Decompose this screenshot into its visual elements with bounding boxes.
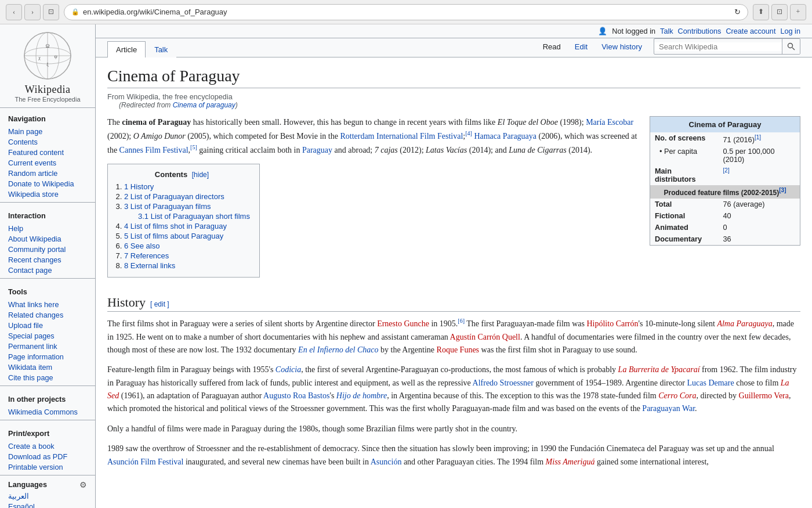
toc-hide-button[interactable]: [hide] xyxy=(192,171,209,179)
toc-link-8[interactable]: 8 External links xyxy=(124,261,175,270)
infobox-row-documentary: Documentary 36 xyxy=(650,233,800,245)
link-stroessner[interactable]: Alfredo Stroessner xyxy=(473,379,534,387)
link-burrerita[interactable]: La Burrerita de Ypacaraí xyxy=(618,365,700,374)
sidebar-item-store[interactable]: Wikipedia store xyxy=(0,189,95,200)
link-lucas-demare[interactable]: Lucas Demare xyxy=(687,379,734,387)
link-guillermo-vera[interactable]: Guillermo Vera xyxy=(739,391,789,400)
toc-sublist-3: 3.1 List of Paraguayan short films xyxy=(138,212,250,221)
sidebar-item-contents[interactable]: Contents xyxy=(0,137,95,147)
sidebar-item-special-pages[interactable]: Special pages xyxy=(0,331,95,341)
link-en-el-infierno[interactable]: En el Infierno del Chaco xyxy=(298,345,378,354)
link-codicia[interactable]: Codicia xyxy=(276,365,301,374)
sidebar-item-upload[interactable]: Upload file xyxy=(0,320,95,331)
sidebar-item-permanent[interactable]: Permanent link xyxy=(0,341,95,352)
toc-link-1[interactable]: 1 History xyxy=(124,182,154,191)
back-button[interactable]: ‹ xyxy=(6,4,22,20)
sidebar-item-lang-arabic[interactable]: العربية xyxy=(0,491,95,502)
contributions-link[interactable]: Contributions xyxy=(678,27,722,35)
tab-view-button[interactable]: ⊡ xyxy=(43,4,59,20)
sidebar-item-community[interactable]: Community portal xyxy=(0,244,95,255)
toc-link-4[interactable]: 4 List of films shot in Paraguay xyxy=(124,222,227,230)
sidebar-item-download-pdf[interactable]: Download as PDF xyxy=(0,452,95,462)
sidebar-item-cite[interactable]: Cite this page xyxy=(0,373,95,383)
infobox-table: No. of screens 71 (2016)[1] • Per capita… xyxy=(650,132,800,245)
sidebar-item-featured[interactable]: Featured content xyxy=(0,147,95,158)
languages-gear-icon[interactable]: ⚙ xyxy=(79,480,87,489)
link-asuncion[interactable]: Asunción xyxy=(371,457,402,466)
ref-2[interactable]: [2] xyxy=(723,167,730,174)
ref-5[interactable]: [5] xyxy=(190,144,197,150)
search-button[interactable] xyxy=(782,38,800,55)
ref-3[interactable]: [3] xyxy=(779,187,786,193)
ref-4[interactable]: [4] xyxy=(465,130,472,136)
link-asuncion-festival[interactable]: Asunción Film Festival xyxy=(107,457,183,466)
sidebar-item-recent-changes[interactable]: Recent changes xyxy=(0,255,95,265)
tools-section-title: Tools xyxy=(0,286,95,297)
toc-link-5[interactable]: 5 List of films about Paraguay xyxy=(124,232,223,240)
film-el-toque: El Toque del Oboe xyxy=(498,118,558,127)
sidebar-item-printable[interactable]: Printable version xyxy=(0,462,95,473)
sidebar-item-wikimedia[interactable]: Wikimedia Commons xyxy=(0,407,95,417)
infobox-row-fictional: Fictional 40 xyxy=(650,210,800,222)
url-text: en.wikipedia.org/wiki/Cinema_of_Paraguay xyxy=(83,8,227,16)
link-cannes[interactable]: Cannes Film Festival xyxy=(119,146,188,154)
sidebar-item-main-page[interactable]: Main page xyxy=(0,127,95,137)
sidebar-item-page-info[interactable]: Page information xyxy=(0,352,95,362)
toc-link-2[interactable]: 2 List of Paraguayan directors xyxy=(124,192,224,201)
new-tab-button[interactable]: + xyxy=(790,4,806,20)
search-input[interactable] xyxy=(654,42,782,51)
languages-title: Languages xyxy=(8,481,47,489)
link-cerro-cora[interactable]: Cerro Cora xyxy=(658,391,696,400)
create-account-link[interactable]: Create account xyxy=(726,27,775,35)
talk-link[interactable]: Talk xyxy=(660,27,673,35)
sidebar-item-help[interactable]: Help xyxy=(0,224,95,234)
tab-action-read[interactable]: Read xyxy=(536,39,568,54)
toc-link-6[interactable]: 6 See also xyxy=(124,242,160,250)
film-luna: Luna de Cigarras xyxy=(509,146,567,154)
reload-button[interactable]: ↻ xyxy=(734,8,741,16)
link-hijo-de-hombre[interactable]: Hijo de hombre xyxy=(336,391,387,400)
link-roque-funes[interactable]: Roque Funes xyxy=(437,345,480,354)
sidebar-item-lang-spanish[interactable]: Español xyxy=(0,502,95,508)
sidebar-item-contact[interactable]: Contact page xyxy=(0,265,95,276)
sidebar-item-what-links[interactable]: What links here xyxy=(0,300,95,310)
link-paraguayan-war[interactable]: Paraguayan War xyxy=(642,404,695,413)
tab-talk[interactable]: Talk xyxy=(146,41,176,57)
sidebar-item-donate[interactable]: Donate to Wikipedia xyxy=(0,179,95,189)
toc-link-3[interactable]: 3 List of Paraguayan films xyxy=(124,202,211,211)
forward-button[interactable]: › xyxy=(24,4,41,20)
sidebar-divider-2 xyxy=(0,278,95,279)
sidebar-item-random[interactable]: Random article xyxy=(0,168,95,179)
sidebar-item-create-book[interactable]: Create a book xyxy=(0,441,95,452)
log-in-link[interactable]: Log in xyxy=(780,27,800,35)
sidebar-item-about[interactable]: About Wikipedia xyxy=(0,234,95,244)
link-agustin-carron[interactable]: Agustín Carrón Quell xyxy=(450,333,520,341)
tab-action-edit[interactable]: Edit xyxy=(568,39,594,54)
not-logged-in-text: Not logged in xyxy=(612,27,655,35)
sidebar-item-current-events[interactable]: Current events xyxy=(0,158,95,168)
link-ernesto-gunche[interactable]: Ernesto Gunche xyxy=(377,319,429,328)
toc-link-3-1[interactable]: 3.1 List of Paraguayan short films xyxy=(138,212,250,221)
link-hamaca[interactable]: Hamaca Paraguaya xyxy=(474,132,536,140)
address-bar[interactable]: 🔒 en.wikipedia.org/wiki/Cinema_of_Paragu… xyxy=(64,4,748,20)
link-miss-amerigua[interactable]: Miss Ameriguá xyxy=(546,457,595,466)
fullscreen-button[interactable]: ⊡ xyxy=(771,4,788,20)
share-button[interactable]: ⬆ xyxy=(753,4,769,20)
toc-item-1: 1 History xyxy=(124,182,250,191)
link-maria-escobar[interactable]: María Escobar xyxy=(586,118,633,127)
link-alma-paraguaya[interactable]: Alma Paraguaya xyxy=(717,319,772,328)
toc-link-7[interactable]: 7 References xyxy=(124,251,169,260)
link-augusto-roa[interactable]: Augusto Roa Bastos xyxy=(263,391,329,400)
infobox-label-percapita: • Per capita xyxy=(650,146,719,165)
tab-article[interactable]: Article xyxy=(107,41,146,57)
sidebar-item-related-changes[interactable]: Related changes xyxy=(0,310,95,320)
sidebar-item-wikidata[interactable]: Wikidata item xyxy=(0,362,95,373)
ref-1[interactable]: [1] xyxy=(755,134,761,140)
redirect-link[interactable]: Cinema of paraguay xyxy=(173,101,235,109)
link-rotterdam[interactable]: Rotterdam International Film Festival xyxy=(340,132,463,140)
ref-6[interactable]: [6] xyxy=(458,318,465,324)
link-paraguay[interactable]: Paraguay xyxy=(302,146,332,154)
tab-action-view-history[interactable]: View history xyxy=(594,39,649,54)
history-edit-link[interactable]: [ edit ] xyxy=(150,300,169,308)
link-hipolito-carron[interactable]: Hipólito Carrón xyxy=(586,319,638,328)
